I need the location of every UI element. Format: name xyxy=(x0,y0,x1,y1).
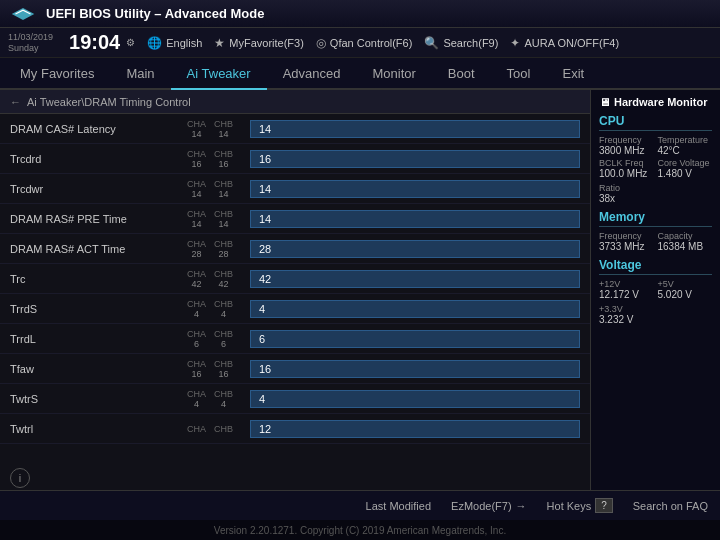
tab-monitor[interactable]: Monitor xyxy=(357,58,432,88)
table-row[interactable]: Trcdwr CHA14 CHB14 14 xyxy=(0,174,590,204)
monitor-icon: 🖥 xyxy=(599,96,610,108)
left-panel: ← Ai Tweaker\DRAM Timing Control DRAM CA… xyxy=(0,90,590,490)
voltage-section-header: Voltage xyxy=(599,258,712,275)
globe-icon: 🌐 xyxy=(147,36,162,50)
cpu-section-header: CPU xyxy=(599,114,712,131)
table-row[interactable]: DRAM RAS# PRE Time CHA14 CHB14 14 xyxy=(0,204,590,234)
table-row[interactable]: Trcdrd CHA16 CHB16 16 xyxy=(0,144,590,174)
day-display: Sunday xyxy=(8,43,53,54)
table-row[interactable]: DRAM RAS# ACT Time CHA28 CHB28 28 xyxy=(0,234,590,264)
tab-boot[interactable]: Boot xyxy=(432,58,491,88)
table-row[interactable]: TwtrS CHA4 CHB4 4 xyxy=(0,384,590,414)
myfavorites-button[interactable]: ★ MyFavorite(F3) xyxy=(214,36,304,50)
table-row[interactable]: TrrdS CHA4 CHB4 4 xyxy=(0,294,590,324)
tab-advanced[interactable]: Advanced xyxy=(267,58,357,88)
info-button[interactable]: i xyxy=(10,468,30,488)
tab-exit[interactable]: Exit xyxy=(546,58,600,88)
status-bar: Last Modified EzMode(F7) → Hot Keys ? Se… xyxy=(0,490,720,520)
qfan-button[interactable]: ◎ Qfan Control(F6) xyxy=(316,36,413,50)
search-icon: 🔍 xyxy=(424,36,439,50)
table-row[interactable]: TrrdL CHA6 CHB6 6 xyxy=(0,324,590,354)
dram-settings-list: DRAM CAS# Latency CHA14 CHB14 14 Trcdrd … xyxy=(0,114,590,444)
last-modified-item: Last Modified xyxy=(366,500,431,512)
ezmode-button[interactable]: EzMode(F7) → xyxy=(451,500,527,512)
tab-tool[interactable]: Tool xyxy=(491,58,547,88)
star-icon: ★ xyxy=(214,36,225,50)
cpu-stats: Frequency 3800 MHz Temperature 42°C BCLK… xyxy=(599,135,712,179)
ezmode-arrow-icon: → xyxy=(516,500,527,512)
tab-my-favorites[interactable]: My Favorites xyxy=(4,58,110,88)
search-button[interactable]: 🔍 Search(F9) xyxy=(424,36,498,50)
aura-button[interactable]: ✦ AURA ON/OFF(F4) xyxy=(510,36,619,50)
table-row[interactable]: Trc CHA42 CHB42 42 xyxy=(0,264,590,294)
main-content: ← Ai Tweaker\DRAM Timing Control DRAM CA… xyxy=(0,90,720,490)
date-display: 11/03/2019 xyxy=(8,32,53,43)
aura-icon: ✦ xyxy=(510,36,520,50)
hardware-monitor-title: 🖥 Hardware Monitor xyxy=(599,96,712,108)
fan-icon: ◎ xyxy=(316,36,326,50)
voltage-stats: +12V 12.172 V +5V 5.020 V xyxy=(599,279,712,300)
window-title: UEFI BIOS Utility – Advanced Mode xyxy=(46,6,264,21)
breadcrumb: ← Ai Tweaker\DRAM Timing Control xyxy=(0,90,590,114)
info-bar: 11/03/2019 Sunday 19:04 ⚙ 🌐 English ★ My… xyxy=(0,28,720,58)
back-arrow[interactable]: ← xyxy=(10,96,21,108)
time-display: 19:04 xyxy=(69,31,120,54)
footer: Version 2.20.1271. Copyright (C) 2019 Am… xyxy=(0,520,720,540)
tab-ai-tweaker[interactable]: Ai Tweaker xyxy=(171,58,267,90)
hardware-monitor-panel: 🖥 Hardware Monitor CPU Frequency 3800 MH… xyxy=(590,90,720,490)
table-row[interactable]: Tfaw CHA16 CHB16 16 xyxy=(0,354,590,384)
nav-tabs: My Favorites Main Ai Tweaker Advanced Mo… xyxy=(0,58,720,90)
memory-stats: Frequency 3733 MHz Capacity 16384 MB xyxy=(599,231,712,252)
table-row[interactable]: Twtrl CHA CHB 12 xyxy=(0,414,590,444)
tab-main[interactable]: Main xyxy=(110,58,170,88)
language-selector[interactable]: 🌐 English xyxy=(147,36,202,50)
search-faq-button[interactable]: Search on FAQ xyxy=(633,500,708,512)
asus-logo xyxy=(8,4,38,24)
memory-section-header: Memory xyxy=(599,210,712,227)
title-bar: UEFI BIOS Utility – Advanced Mode xyxy=(0,0,720,28)
hotkeys-item: Hot Keys ? xyxy=(547,498,613,513)
gear-icon: ⚙ xyxy=(126,37,135,48)
table-row[interactable]: DRAM CAS# Latency CHA14 CHB14 14 xyxy=(0,114,590,144)
